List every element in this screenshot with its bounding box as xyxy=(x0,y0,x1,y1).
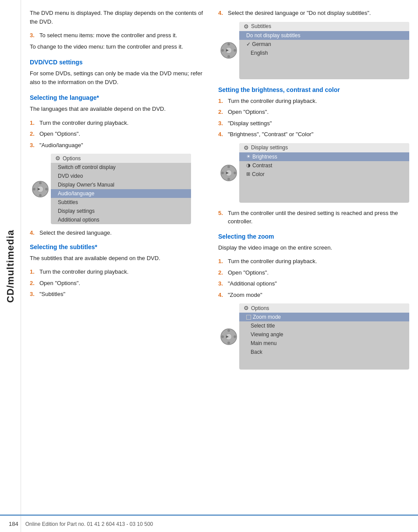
options-menu-item-3: Display Owner's Manual xyxy=(51,180,191,189)
subtitles-heading: Selecting the subtitles* xyxy=(30,243,205,250)
zoom-menu-spacer xyxy=(239,356,409,370)
step-3: 3. To select menu items: move the contro… xyxy=(30,31,205,40)
svg-point-24 xyxy=(227,342,230,344)
options-menu-item-4: Audio/language xyxy=(51,189,191,198)
svg-point-26 xyxy=(234,335,236,338)
sub-step1-num: 1. xyxy=(30,268,36,276)
controller-wheel-sub xyxy=(218,42,239,59)
zoom-item-2: Select title xyxy=(239,321,409,330)
options-menu-item-5: Subtitles xyxy=(51,198,191,207)
lang-step3-num: 3. xyxy=(30,141,36,150)
menu-spacer xyxy=(239,57,409,79)
controller-wheel-zoom-svg xyxy=(220,328,237,345)
color-icon: ⊞ xyxy=(246,171,250,177)
sub-step2: 2. Open "Options". xyxy=(30,279,205,288)
lang-step1-num: 1. xyxy=(30,119,36,127)
zoom-item-5: Back xyxy=(239,348,409,356)
sub-step3-text: "Subtitles" xyxy=(39,290,65,299)
footer-text: Online Edition for Part no. 01 41 2 604 … xyxy=(25,521,153,527)
lang-step3: 3. "Audio/language" xyxy=(30,141,205,150)
subtitles-menu-box: ⚙ Subtitles Do not display subtitles ✓ G… xyxy=(239,22,409,79)
zoom-step3-num: 3. xyxy=(218,279,224,288)
sub-step2-text: Open "Options". xyxy=(39,279,80,288)
display-menu-box: ⚙ Display settings ☀ Brightness ◑ Contra… xyxy=(239,143,409,203)
options-menu-icon: ⚙ xyxy=(55,155,60,162)
options-menu-item-7: Additional options xyxy=(51,215,191,224)
br-step1: 1. Turn the controller during playback. xyxy=(218,97,409,106)
left-column: The DVD menu is displayed. The display d… xyxy=(21,9,214,523)
zoom-step4-num: 4. xyxy=(218,291,224,299)
svg-point-10 xyxy=(227,55,230,58)
options-menu-item-2: DVD video xyxy=(51,172,191,180)
contrast-icon: ◑ xyxy=(246,162,251,168)
br-step2: 2. Open "Options". xyxy=(218,108,409,116)
controller-wheel-display-svg xyxy=(220,164,237,182)
zoom-mode-icon xyxy=(246,315,251,320)
controller-wheel-left xyxy=(30,180,51,198)
zoom-step1: 1. Turn the controller during playback. xyxy=(218,257,409,266)
subtitles-menu-wrapper: ⚙ Subtitles Do not display subtitles ✓ G… xyxy=(218,22,409,79)
lang-heading: Selecting the language* xyxy=(30,94,205,101)
sub-step4-num: 4. xyxy=(218,9,224,18)
display-menu-icon: ⚙ xyxy=(244,144,249,151)
lang-step4-num: 4. xyxy=(30,229,36,237)
br-step4-num: 4. xyxy=(218,130,224,139)
controller-wheel-zoom xyxy=(218,328,239,345)
sidebar: CD/multimedia xyxy=(0,0,21,532)
display-menu-title: ⚙ Display settings xyxy=(239,143,409,152)
lang-step4: 4. Select the desired language. xyxy=(30,229,205,237)
br-step5-text: Turn the controller until the desired se… xyxy=(228,209,409,226)
sub-step4: 4. Select the desired language or "Do no… xyxy=(218,9,409,18)
svg-point-18 xyxy=(221,172,224,174)
sub-step2-num: 2. xyxy=(30,279,36,288)
controller-wheel-svg xyxy=(32,180,49,198)
options-menu-wrapper: ⚙ Options Switch off control display DVD… xyxy=(30,154,205,224)
br-step5: 5. Turn the controller until the desired… xyxy=(218,209,409,226)
zoom-step2-num: 2. xyxy=(218,268,224,277)
svg-point-23 xyxy=(227,329,230,332)
br-step2-text: Open "Options". xyxy=(228,108,269,116)
subtitles-menu-title: ⚙ Subtitles xyxy=(239,22,409,31)
zoom-item-1: Zoom mode xyxy=(239,313,409,321)
svg-point-25 xyxy=(221,335,224,338)
br-step3-num: 3. xyxy=(218,119,224,128)
lang-step2: 2. Open "Options". xyxy=(30,130,205,138)
lang-step1: 1. Turn the controller during playback. xyxy=(30,119,205,127)
controller-wheel-sub-svg xyxy=(220,42,237,59)
svg-point-11 xyxy=(221,49,224,52)
lang-step3-text: "Audio/language" xyxy=(39,141,83,150)
zoom-menu-icon: ⚙ xyxy=(244,305,249,311)
page-number: 184 xyxy=(9,521,18,527)
options-menu-box: ⚙ Options Switch off control display DVD… xyxy=(51,154,205,224)
svg-point-2 xyxy=(39,182,42,184)
page-footer: 184 Online Edition for Part no. 01 41 2 … xyxy=(0,514,418,532)
br-step1-num: 1. xyxy=(218,97,224,106)
zoom-step4: 4. "Zoom mode" xyxy=(218,291,409,299)
subtitles-para: The subtitles that are available depend … xyxy=(30,254,205,263)
brightness-heading: Setting the brightness, contrast and col… xyxy=(218,86,409,93)
svg-point-17 xyxy=(227,178,230,180)
zoom-item-4: Main menu xyxy=(239,339,409,348)
zoom-step4-text: "Zoom mode" xyxy=(228,291,262,299)
zoom-step2-text: Open "Options". xyxy=(228,268,269,277)
zoom-step1-text: Turn the controller during playback. xyxy=(228,257,317,266)
svg-point-16 xyxy=(227,166,230,168)
options-menu-item-1: Switch off control display xyxy=(51,163,191,172)
svg-point-12 xyxy=(234,49,236,52)
step-3-num: 3. xyxy=(30,31,36,40)
subtitles-menu-icon: ⚙ xyxy=(244,23,249,30)
zoom-step1-num: 1. xyxy=(218,257,224,266)
zoom-step3: 3. "Additional options" xyxy=(218,279,409,288)
lang-para: The languages that are available depend … xyxy=(30,105,205,113)
lang-step4-text: Select the desired language. xyxy=(39,229,112,237)
brightness-icon: ☀ xyxy=(246,154,251,159)
br-step2-num: 2. xyxy=(218,108,224,116)
lang-step1-text: Turn the controller during playback. xyxy=(39,119,128,127)
lang-step2-text: Open "Options". xyxy=(39,130,80,138)
svg-point-19 xyxy=(234,172,236,174)
svg-point-3 xyxy=(39,194,42,197)
lang-step2-num: 2. xyxy=(30,130,36,138)
zoom-step2: 2. Open "Options". xyxy=(218,268,409,277)
svg-point-5 xyxy=(45,188,48,190)
sub-menu-item-2: ✓ German xyxy=(239,40,409,49)
